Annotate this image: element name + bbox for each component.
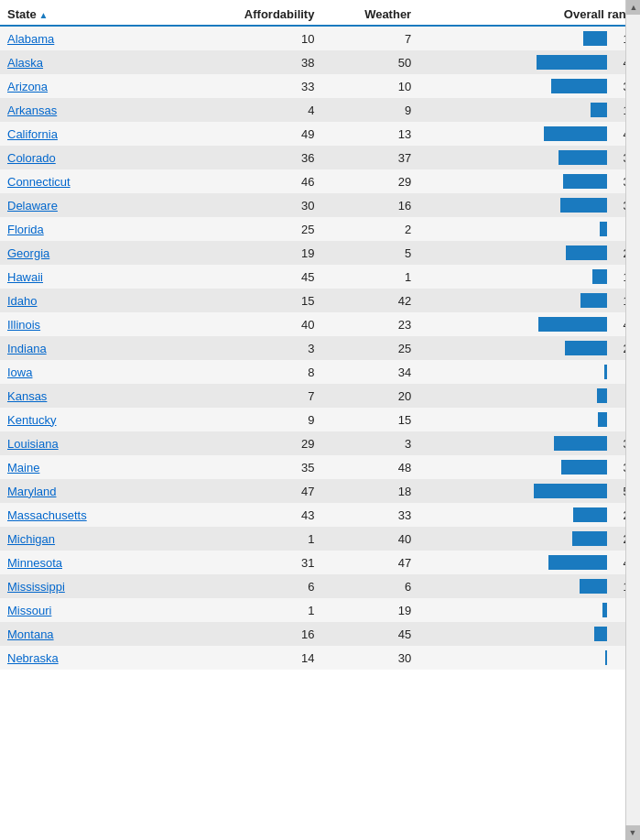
state-cell[interactable]: Alaska	[0, 50, 194, 74]
affordability-cell: 49	[194, 122, 322, 146]
rank-cell: 30	[418, 169, 640, 193]
rank-cell: 23	[418, 503, 640, 527]
affordability-cell: 7	[194, 384, 322, 408]
weather-cell: 30	[321, 646, 418, 670]
rank-bar	[554, 436, 607, 451]
state-cell[interactable]: California	[0, 122, 194, 146]
affordability-cell: 40	[194, 312, 322, 336]
affordability-cell: 19	[194, 241, 322, 265]
rank-bar	[594, 627, 607, 641]
weather-cell: 2	[321, 217, 418, 241]
weather-cell: 42	[321, 289, 418, 312]
affordability-cell: 45	[194, 265, 322, 289]
affordability-cell: 35	[194, 455, 322, 479]
weather-cell: 6	[321, 574, 418, 598]
weather-cell: 18	[321, 479, 418, 503]
state-cell[interactable]: Montana	[0, 622, 194, 646]
scrollbar-down-button[interactable]: ▼	[625, 825, 640, 840]
scrollbar-up-button[interactable]: ▲	[626, 0, 640, 15]
rank-bar	[592, 269, 607, 284]
weather-cell: 1	[321, 265, 418, 289]
affordability-cell: 1	[194, 598, 322, 622]
table-row: Connecticut462930	[0, 169, 640, 193]
weather-cell: 37	[321, 146, 418, 169]
state-cell[interactable]: Alabama	[0, 26, 194, 50]
weather-cell: 13	[321, 122, 418, 146]
rank-bar	[583, 31, 607, 46]
state-cell[interactable]: Colorado	[0, 146, 194, 169]
state-cell[interactable]: Connecticut	[0, 169, 194, 193]
state-cell[interactable]: Florida	[0, 217, 194, 241]
table-row: Delaware301632	[0, 193, 640, 217]
rank-bar	[573, 507, 607, 522]
table-row: Iowa8342	[0, 360, 640, 384]
col-header-weather[interactable]: Weather	[321, 0, 418, 26]
table-row: Georgia19528	[0, 241, 640, 265]
rank-bar	[598, 412, 607, 427]
rank-bar	[534, 484, 607, 498]
state-cell[interactable]: Mississippi	[0, 574, 194, 598]
rank-cell: 47	[418, 312, 640, 336]
rank-cell: 16	[418, 26, 640, 50]
rank-bar	[597, 388, 607, 403]
rank-cell: 29	[418, 336, 640, 360]
state-cell[interactable]: Nebraska	[0, 646, 194, 670]
weather-cell: 29	[321, 169, 418, 193]
state-cell[interactable]: Kentucky	[0, 408, 194, 431]
affordability-cell: 25	[194, 217, 322, 241]
state-cell[interactable]: Idaho	[0, 289, 194, 312]
rank-cell: 28	[418, 241, 640, 265]
state-cell[interactable]: Missouri	[0, 598, 194, 622]
state-cell[interactable]: Georgia	[0, 241, 194, 265]
affordability-cell: 14	[194, 646, 322, 670]
scrollbar[interactable]: ▲ ▼	[625, 0, 640, 840]
state-cell[interactable]: Delaware	[0, 193, 194, 217]
state-cell[interactable]: Maryland	[0, 479, 194, 503]
rank-cell: 43	[418, 122, 640, 146]
col-header-state[interactable]: State	[0, 0, 194, 26]
rank-cell: 3	[418, 598, 640, 622]
table-row: Alabama10716	[0, 26, 640, 50]
state-cell[interactable]: Arizona	[0, 74, 194, 98]
rank-bar	[563, 174, 607, 189]
rank-cell: 38	[418, 74, 640, 98]
rank-bar	[544, 126, 607, 141]
affordability-cell: 10	[194, 26, 322, 50]
weather-cell: 33	[321, 503, 418, 527]
weather-cell: 3	[321, 431, 418, 455]
rank-bar	[580, 579, 607, 594]
state-cell[interactable]: Kansas	[0, 384, 194, 408]
affordability-cell: 1	[194, 527, 322, 551]
weather-cell: 47	[321, 551, 418, 574]
state-cell[interactable]: Illinois	[0, 312, 194, 336]
table-container: State Affordability Weather Overall rank…	[0, 0, 640, 840]
table-row: Florida2525	[0, 217, 640, 241]
weather-cell: 19	[321, 598, 418, 622]
state-cell[interactable]: Massachusetts	[0, 503, 194, 527]
state-cell[interactable]: Michigan	[0, 527, 194, 551]
table-row: Missouri1193	[0, 598, 640, 622]
rank-bar	[600, 222, 607, 236]
rank-cell: 1	[418, 646, 640, 670]
table-row: Minnesota314740	[0, 551, 640, 574]
table-row: Kansas7207	[0, 384, 640, 408]
affordability-cell: 15	[194, 289, 322, 312]
rank-bar	[537, 55, 607, 70]
state-cell[interactable]: Iowa	[0, 360, 194, 384]
state-cell[interactable]: Louisiana	[0, 431, 194, 455]
state-cell[interactable]: Arkansas	[0, 98, 194, 122]
rank-bar	[591, 103, 607, 117]
weather-cell: 34	[321, 360, 418, 384]
affordability-cell: 38	[194, 50, 322, 74]
table-row: Nebraska14301	[0, 646, 640, 670]
table-row: Indiana32529	[0, 336, 640, 360]
table-row: California491343	[0, 122, 640, 146]
affordability-cell: 33	[194, 74, 322, 98]
weather-cell: 40	[321, 527, 418, 551]
state-cell[interactable]: Maine	[0, 455, 194, 479]
state-cell[interactable]: Indiana	[0, 336, 194, 360]
col-header-affordability[interactable]: Affordability	[194, 0, 322, 26]
state-cell[interactable]: Minnesota	[0, 551, 194, 574]
state-cell[interactable]: Hawaii	[0, 265, 194, 289]
col-header-overall[interactable]: Overall rank	[418, 0, 640, 26]
